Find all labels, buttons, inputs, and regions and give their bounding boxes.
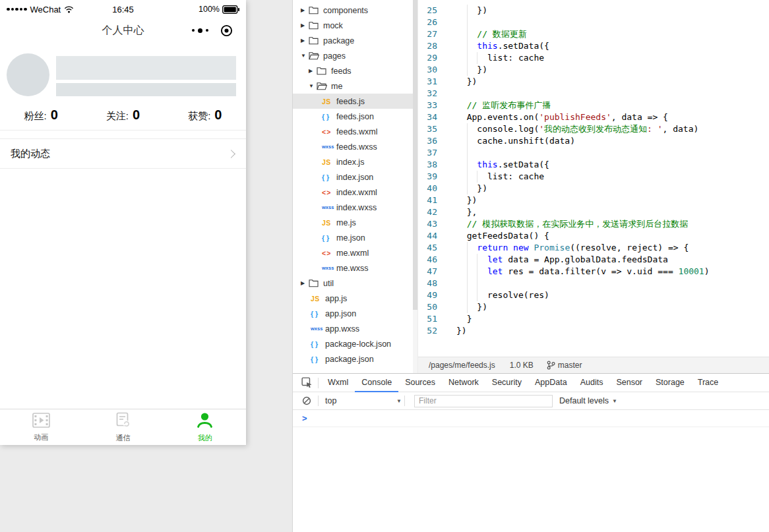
tree-file-feeds.json[interactable]: { }feeds.json bbox=[293, 109, 413, 124]
explorer-scrollbar[interactable] bbox=[413, 0, 417, 373]
tree-file-me.json[interactable]: { }me.json bbox=[293, 230, 413, 245]
code-line-33[interactable]: 33 // 监听发布事件广播 bbox=[418, 100, 769, 111]
tree-file-index.js[interactable]: JSindex.js bbox=[293, 154, 413, 169]
git-branch[interactable]: master bbox=[547, 361, 582, 370]
console-toolbar: top ▼ Default levels ▼ bbox=[293, 392, 769, 410]
code-editor[interactable]: 25 })26 27 // 数据更新28 this.setData({29 li… bbox=[417, 0, 769, 373]
tree-file-me.js[interactable]: JSme.js bbox=[293, 215, 413, 230]
tree-file-feeds.js[interactable]: JSfeeds.js bbox=[293, 94, 413, 109]
tree-file-index.json[interactable]: { }index.json bbox=[293, 169, 413, 185]
chevron-collapsed-icon[interactable]: ▶ bbox=[301, 7, 309, 13]
chevron-collapsed-icon[interactable]: ▶ bbox=[301, 38, 309, 44]
code-line-26[interactable]: 26 bbox=[418, 16, 769, 28]
devtools-tab-sensor[interactable]: Sensor bbox=[609, 374, 649, 392]
more-menu-icon[interactable] bbox=[192, 28, 208, 33]
context-selector[interactable]: top ▼ bbox=[325, 396, 402, 405]
tabbar-item-我的[interactable]: 我的 bbox=[164, 409, 246, 445]
code-line-32[interactable]: 32 bbox=[418, 88, 769, 100]
devtools-tab-audits[interactable]: Audits bbox=[574, 374, 610, 392]
chevron-collapsed-icon[interactable]: ▶ bbox=[301, 22, 309, 28]
tree-folder-components[interactable]: ▶components bbox=[293, 3, 413, 18]
code-line-50[interactable]: 50 }) bbox=[418, 301, 769, 313]
file-size: 1.0 KB bbox=[510, 361, 534, 370]
tree-file-me.wxml[interactable]: <>me.wxml bbox=[293, 245, 413, 260]
console-prompt-row[interactable]: > bbox=[293, 410, 769, 427]
code-line-25[interactable]: 25 }) bbox=[418, 5, 769, 16]
tree-file-app.wxss[interactable]: wxssapp.wxss bbox=[293, 321, 413, 336]
devtools-tab-network[interactable]: Network bbox=[442, 374, 485, 392]
tree-file-index.wxss[interactable]: wxssindex.wxss bbox=[293, 200, 413, 215]
line-number: 30 bbox=[418, 64, 437, 76]
tree-file-feeds.wxss[interactable]: wxssfeeds.wxss bbox=[293, 139, 413, 154]
tree-file-package.json[interactable]: { }package.json bbox=[293, 351, 413, 367]
code-line-51[interactable]: 51 } bbox=[418, 313, 769, 325]
tree-file-app.js[interactable]: JSapp.js bbox=[293, 291, 413, 306]
code-line-44[interactable]: 44 getFeedsData() { bbox=[418, 230, 769, 242]
tree-file-package-lock.json[interactable]: { }package-lock.json bbox=[293, 336, 413, 351]
tree-file-feeds.wxml[interactable]: <>feeds.wxml bbox=[293, 124, 413, 139]
branch-name: master bbox=[558, 361, 582, 370]
ide-panel: ▶components▶mock▶package▼pages▶feeds▼meJ… bbox=[292, 0, 769, 532]
tree-file-me.wxss[interactable]: wxssme.wxss bbox=[293, 260, 413, 276]
file-path: /pages/me/feeds.js bbox=[429, 361, 495, 370]
code-line-47[interactable]: 47 let res = data.filter(v => v.uid === … bbox=[418, 266, 769, 278]
code-line-46[interactable]: 46 let data = App.globalData.feedsData bbox=[418, 254, 769, 266]
code-area[interactable]: 25 })26 27 // 数据更新28 this.setData({29 li… bbox=[418, 0, 769, 357]
code-line-48[interactable]: 48 bbox=[418, 278, 769, 289]
close-capsule-icon[interactable] bbox=[220, 24, 233, 37]
tree-folder-me[interactable]: ▼me bbox=[293, 78, 413, 94]
json-file-icon: { } bbox=[322, 113, 336, 121]
code-line-35[interactable]: 35 console.log('我的动态收到发布动态通知: ', data) bbox=[418, 123, 769, 135]
code-line-40[interactable]: 40 }) bbox=[418, 183, 769, 194]
devtools-tab-appdata[interactable]: AppData bbox=[528, 374, 574, 392]
code-line-30[interactable]: 30 }) bbox=[418, 64, 769, 76]
code-line-39[interactable]: 39 list: cache bbox=[418, 171, 769, 183]
console-filter-input[interactable] bbox=[414, 395, 553, 407]
code-line-34[interactable]: 34 App.events.on('publishFeeds', data =>… bbox=[418, 111, 769, 123]
chevron-collapsed-icon[interactable]: ▶ bbox=[309, 68, 317, 74]
tabbar-item-动画[interactable]: 动画 bbox=[0, 409, 82, 445]
code-line-45[interactable]: 45 return new Promise((resolve, reject) … bbox=[418, 242, 769, 254]
log-levels-selector[interactable]: Default levels ▼ bbox=[559, 396, 617, 405]
code-line-52[interactable]: 52}) bbox=[418, 325, 769, 337]
chevron-expanded-icon[interactable]: ▼ bbox=[301, 53, 309, 59]
inspect-element-icon[interactable] bbox=[298, 377, 315, 388]
wxss-file-icon: wxss bbox=[322, 265, 336, 271]
code-line-31[interactable]: 31 }) bbox=[418, 76, 769, 88]
code-line-43[interactable]: 43 // 模拟获取数据，在实际业务中，发送请求到后台拉数据 bbox=[418, 218, 769, 230]
code-line-29[interactable]: 29 list: cache bbox=[418, 52, 769, 64]
code-line-27[interactable]: 27 // 数据更新 bbox=[418, 28, 769, 40]
line-number: 35 bbox=[418, 123, 437, 135]
code-line-42[interactable]: 42 }, bbox=[418, 206, 769, 218]
clock: 16:45 bbox=[0, 5, 246, 15]
devtools-tab-trace[interactable]: Trace bbox=[691, 374, 725, 392]
code-line-38[interactable]: 38 this.setData({ bbox=[418, 159, 769, 171]
avatar[interactable] bbox=[7, 53, 49, 96]
tree-file-app.json[interactable]: { }app.json bbox=[293, 306, 413, 321]
devtools-tab-console[interactable]: Console bbox=[355, 374, 398, 392]
my-feeds-row[interactable]: 我的动态 bbox=[0, 138, 246, 169]
devtools-tab-sources[interactable]: Sources bbox=[398, 374, 442, 392]
code-line-41[interactable]: 41 }) bbox=[418, 194, 769, 206]
stat-item: 获赞:0 bbox=[188, 107, 222, 123]
tree-folder-package[interactable]: ▶package bbox=[293, 33, 413, 48]
code-line-28[interactable]: 28 this.setData({ bbox=[418, 40, 769, 52]
devtools-tab-storage[interactable]: Storage bbox=[649, 374, 691, 392]
chevron-expanded-icon[interactable]: ▼ bbox=[309, 83, 317, 89]
tree-folder-util[interactable]: ▶util bbox=[293, 276, 413, 291]
clear-console-icon[interactable] bbox=[298, 396, 315, 405]
message-icon bbox=[115, 412, 131, 431]
code-line-37[interactable]: 37 bbox=[418, 147, 769, 159]
devtools-tab-wxml[interactable]: Wxml bbox=[321, 374, 355, 392]
line-number: 40 bbox=[418, 183, 437, 194]
tree-folder-feeds[interactable]: ▶feeds bbox=[293, 63, 413, 78]
tree-folder-mock[interactable]: ▶mock bbox=[293, 18, 413, 33]
tree-file-index.wxml[interactable]: <>index.wxml bbox=[293, 185, 413, 200]
chevron-collapsed-icon[interactable]: ▶ bbox=[301, 280, 309, 286]
tabbar-item-通信[interactable]: 通信 bbox=[82, 409, 164, 445]
tree-folder-pages[interactable]: ▼pages bbox=[293, 48, 413, 63]
code-line-49[interactable]: 49 resolve(res) bbox=[418, 289, 769, 301]
devtools-tab-security[interactable]: Security bbox=[485, 374, 528, 392]
wxml-file-icon: <> bbox=[322, 189, 336, 196]
code-line-36[interactable]: 36 cache.unshift(data) bbox=[418, 135, 769, 147]
